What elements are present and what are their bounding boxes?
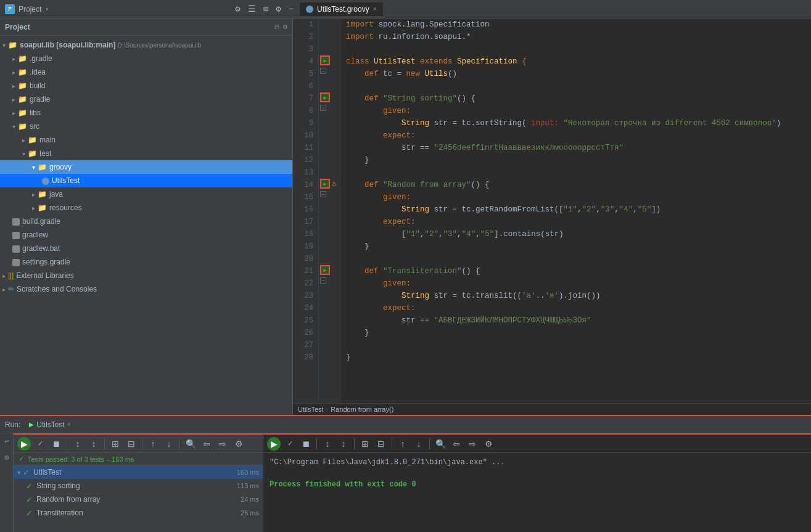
title-bar: P Project ▾ ⚙ ☰ ⊞ ⚙ − UtilsTest.groovy × — [0, 0, 811, 18]
sidebar-item-utils-test[interactable]: UtilsTest — [0, 174, 292, 187]
sidebar-settings-icon[interactable]: ⚙ — [283, 22, 287, 31]
rerun-failed-button[interactable]: ✓ — [33, 437, 47, 451]
fold-marker-22[interactable]: − — [320, 277, 326, 284]
console-sort-button[interactable]: ↕ — [321, 437, 334, 451]
code-line-13 — [346, 166, 806, 179]
tab-close-button[interactable]: × — [373, 6, 377, 12]
sidebar-item-gradlew[interactable]: gradlew — [0, 228, 292, 242]
ln-26: 26 — [295, 327, 313, 339]
run-tab-close[interactable]: × — [67, 421, 71, 428]
minimize-icon[interactable]: − — [287, 3, 295, 15]
test-item-string-sorting[interactable]: ✓ String sorting 113 ms — [14, 479, 263, 493]
test-check-root: ✓ — [23, 468, 30, 477]
bottom-icon-2[interactable]: ⚙ — [1, 452, 12, 463]
fold-marker-5[interactable]: − — [320, 68, 326, 74]
title-bar-left: P Project ▾ ⚙ ☰ ⊞ ⚙ − — [5, 2, 295, 15]
console-rerun-button[interactable]: ▶ — [267, 437, 281, 451]
sidebar-item-libs[interactable]: ▸ 📁 libs — [0, 106, 292, 120]
ln-27: 27 — [295, 339, 313, 351]
editor-tab[interactable]: UtilsTest.groovy × — [300, 2, 383, 16]
collapse-button[interactable]: ⊟ — [125, 437, 138, 451]
console-import-button[interactable]: ⇦ — [450, 437, 463, 451]
import-button[interactable]: ⇦ — [200, 437, 213, 451]
test-toolbar: ▶ ✓ ⏹ ↕ ↕ ⊞ ⊟ ↑ ↓ 🔍 ⇦ ⇨ ⚙ — [14, 433, 263, 453]
code-line-25: str == "АБВГДЕЖЗИЙКЛМНОПРСТУФХЦЧШЩЬЫЬЗОя… — [346, 314, 806, 327]
sidebar-item-resources[interactable]: ▸ 📁 resources — [0, 201, 292, 215]
sidebar-item-main[interactable]: ▸ 📁 main — [0, 133, 292, 147]
sort-button[interactable]: ↕ — [71, 437, 84, 451]
run-marker-21[interactable]: ▶ — [320, 265, 330, 275]
code-line-27 — [346, 339, 806, 351]
export-button[interactable]: ⇨ — [216, 437, 229, 451]
sidebar-item-scratches[interactable]: ▸ ✏ Scratches and Consoles — [0, 282, 292, 296]
ln-3: 3 — [295, 43, 313, 55]
settings-test-button[interactable]: ⚙ — [232, 437, 245, 451]
layout-icon[interactable]: ☰ — [247, 2, 257, 15]
run-marker-14[interactable]: ▶ — [320, 179, 330, 189]
warning-icon-14[interactable]: ⚠ — [332, 179, 336, 188]
prev-fail-button[interactable]: ↑ — [146, 437, 160, 451]
ln-6: 6 — [295, 80, 313, 92]
ln-1: 1 — [295, 18, 313, 31]
console-stop-button[interactable]: ⏹ — [299, 437, 313, 451]
test-item-random-array[interactable]: ✓ Random from array 24 ms — [14, 493, 263, 506]
editor-content: 1 2 3 4 5 6 7 8 9 10 11 12 13 14 15 16 1… — [293, 18, 811, 403]
layout2-icon[interactable]: ⊞ — [262, 2, 270, 15]
test-item-root[interactable]: ▾ ✓ UtilsTest 163 ms — [14, 465, 263, 479]
breadcrumb-class[interactable]: UtilsTest — [298, 406, 324, 413]
sidebar-item-test[interactable]: ▾ 📁 test — [0, 147, 292, 160]
console-export-button[interactable]: ⇨ — [466, 437, 479, 451]
run-marker-4[interactable]: ▶ — [320, 55, 330, 65]
code-line-1: import spock.lang.Specification — [346, 18, 806, 31]
sidebar-item-idea[interactable]: ▸ 📁 .idea — [0, 65, 292, 79]
console-sort2-button[interactable]: ↕ — [337, 437, 350, 451]
rerun-button[interactable]: ▶ — [17, 437, 31, 451]
sidebar-item-src[interactable]: ▾ 📁 src — [0, 120, 292, 133]
sidebar-item-gradle-hidden[interactable]: ▸ 📁 .gradle — [0, 52, 292, 65]
gradle-arrow: ▸ — [12, 55, 15, 62]
console-collapse-button[interactable]: ⊟ — [374, 437, 388, 451]
sidebar-collapse-icon[interactable]: ⊟ — [275, 22, 279, 31]
code-line-16: String str = tc.getRandomFromList(["1","… — [346, 203, 806, 216]
console-settings-button[interactable]: ⚙ — [482, 437, 495, 451]
breadcrumb-method[interactable]: Random from array() — [331, 406, 393, 413]
next-fail-button[interactable]: ↓ — [162, 437, 176, 451]
sidebar-item-external-libs[interactable]: ▸ ||| External Libraries — [0, 269, 292, 282]
project-dropdown[interactable]: ▾ — [45, 6, 49, 13]
stop-button[interactable]: ⏹ — [49, 437, 63, 451]
test-status-bar: ✓ Tests passed: 3 of 3 tests – 163 ms — [14, 453, 263, 465]
test-item-transliteration[interactable]: ✓ Transliteration 26 ms — [14, 506, 263, 520]
sidebar-item-settings-gradle[interactable]: settings.gradle — [0, 255, 292, 269]
root-project-item[interactable]: ▾ 📁 soapui.lib [soapui.lib:main] D:\Sour… — [0, 38, 292, 52]
bottom-run-tab[interactable]: ▶ UtilsTest × — [25, 419, 74, 430]
console-expand-button[interactable]: ⊞ — [358, 437, 372, 451]
code-line-10: expect: — [346, 129, 806, 142]
code-line-8: given: — [346, 105, 806, 117]
console-filter-button[interactable]: 🔍 — [434, 437, 447, 451]
sidebar-item-gradle[interactable]: ▸ 📁 gradle — [0, 92, 292, 106]
code-line-12: } — [346, 154, 806, 166]
test-folder-icon: 📁 — [28, 149, 37, 158]
gear-icon[interactable]: ⚙ — [274, 2, 282, 15]
filter-button[interactable]: 🔍 — [184, 437, 197, 451]
sidebar-item-groovy[interactable]: ▾ 📁 groovy — [0, 160, 292, 174]
fold-marker-15[interactable]: − — [320, 191, 326, 197]
sidebar-item-build-gradle[interactable]: build.gradle — [0, 215, 292, 228]
code-line-23: String str = tc.translit(('а'..'я').join… — [346, 290, 806, 302]
sidebar-item-build[interactable]: ▸ 📁 build — [0, 79, 292, 92]
expand-button[interactable]: ⊞ — [109, 437, 122, 451]
root-arrow: ▾ — [2, 42, 6, 49]
sort2-button[interactable]: ↕ — [87, 437, 101, 451]
idea-arrow: ▸ — [12, 69, 15, 76]
console-rerun-failed-button[interactable]: ✓ — [283, 437, 297, 451]
sidebar-item-gradlew-bat[interactable]: gradlew.bat — [0, 242, 292, 255]
code-line-9: String str = tc.sortString( input: "Неко… — [346, 117, 806, 129]
fold-marker-8[interactable]: − — [320, 105, 326, 111]
code-content[interactable]: import spock.lang.Specification import r… — [341, 18, 811, 403]
sidebar-item-java[interactable]: ▸ 📁 java — [0, 187, 292, 201]
bottom-icon-1[interactable]: ↩ — [1, 436, 12, 447]
settings-icon[interactable]: ⚙ — [234, 2, 241, 15]
console-up-button[interactable]: ↑ — [396, 437, 410, 451]
run-marker-7[interactable]: ▶ — [320, 92, 330, 102]
console-down-button[interactable]: ↓ — [412, 437, 426, 451]
